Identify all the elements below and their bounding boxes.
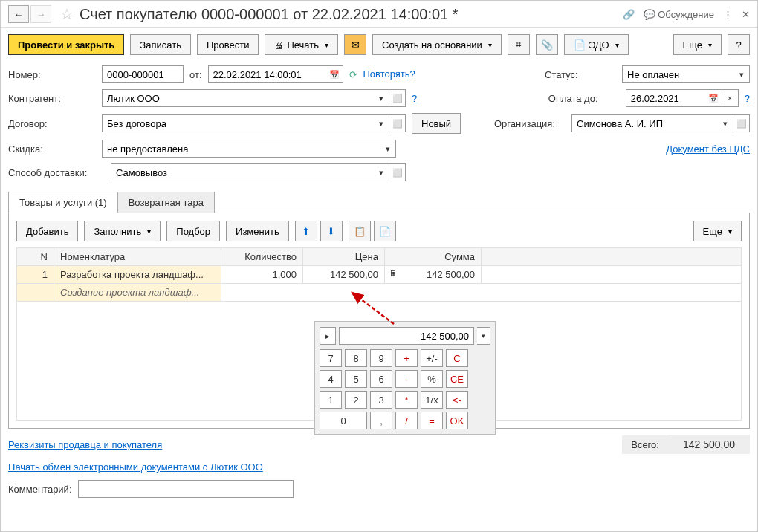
discount-input[interactable] [102,140,380,158]
calc-key-OK[interactable]: OK [446,412,468,429]
attach-button[interactable]: 📎 [536,34,558,55]
calc-key-*[interactable]: * [395,391,418,409]
contract-dropdown-icon[interactable]: ▾ [373,114,389,132]
print-button[interactable]: 🖨 Печать [265,34,338,55]
number-input[interactable] [102,65,184,83]
payment-label: Оплата до: [548,93,620,104]
star-icon[interactable]: ☆ [60,5,74,23]
calc-key-2[interactable]: 2 [345,391,367,409]
move-down-button[interactable]: ⬇ [320,221,343,241]
comment-input[interactable] [78,480,294,498]
add-button[interactable]: Добавить [16,221,78,241]
more-menu-icon[interactable]: ⋮ [723,9,733,20]
status-input[interactable] [622,65,733,83]
org-label: Организация: [494,118,566,129]
structure-button[interactable]: ⌗ [508,34,530,55]
repeat-link[interactable]: Повторять? [363,68,415,80]
table-row[interactable]: 1 Разработка проекта ландшаф... 1,000 14… [17,266,742,284]
calc-display[interactable] [339,327,474,345]
calc-key-<-[interactable]: <- [446,391,468,409]
tab-goods[interactable]: Товары и услуги (1) [8,192,118,213]
calc-key-5[interactable]: 5 [345,370,367,388]
move-up-button[interactable]: ⬆ [295,221,317,241]
table-more-button[interactable]: Еще [693,221,742,241]
org-open-icon[interactable]: ⬜ [733,114,750,132]
delivery-open-icon[interactable]: ⬜ [389,163,406,181]
payment-help[interactable]: ? [745,93,750,104]
payment-clear-icon[interactable]: × [722,89,739,107]
total-value: 142 500,00 [668,435,750,454]
org-input[interactable] [571,114,717,132]
contract-open-icon[interactable]: ⬜ [389,114,406,132]
calc-key-/[interactable]: / [395,412,418,429]
calc-display-dropdown[interactable]: ▾ [477,327,490,345]
edo-start-link[interactable]: Начать обмен электронными документами с … [8,461,263,473]
payment-calendar-icon[interactable]: 📅 [706,89,722,107]
calc-key-,[interactable]: , [370,412,392,429]
help-button[interactable]: ? [728,34,750,55]
repeat-icon[interactable]: ⟳ [349,69,357,80]
total-label: Всего: [622,435,668,454]
close-icon[interactable]: ✕ [742,9,750,20]
calc-expand-icon[interactable]: ▸ [320,327,336,345]
pick-button[interactable]: Подбор [166,221,220,241]
copy-button[interactable]: 📋 [349,221,371,241]
calc-key-C[interactable]: C [446,349,468,367]
calendar-icon[interactable]: 📅 [327,65,343,83]
calculator-icon[interactable]: 🖩 [389,269,398,278]
edit-button[interactable]: Изменить [226,221,289,241]
forward-button[interactable]: → [30,5,51,23]
calc-key-4[interactable]: 4 [320,370,342,388]
col-sum: Сумма [385,248,482,266]
counterparty-dropdown-icon[interactable]: ▾ [373,89,389,107]
calc-key-=[interactable]: = [421,412,443,429]
counterparty-label: Контрагент: [8,93,96,104]
calc-key-CE[interactable]: CE [446,370,468,388]
org-dropdown-icon[interactable]: ▾ [717,114,733,132]
calc-key-8[interactable]: 8 [345,349,367,367]
calc-key-1/x[interactable]: 1/x [421,391,443,409]
tab-returnable[interactable]: Возвратная тара [117,192,215,213]
post-close-button[interactable]: Провести и закрыть [8,34,124,55]
calc-key-+/-[interactable]: +/- [421,349,443,367]
calc-key-%[interactable]: % [421,370,443,388]
paste-button[interactable]: 📄 [374,221,396,241]
number-label: Номер: [8,69,96,80]
from-label: от: [190,69,202,80]
back-button[interactable]: ← [8,5,29,23]
payment-date-input[interactable] [626,89,706,107]
link-icon[interactable]: 🔗 [623,9,635,20]
fill-button[interactable]: Заполнить [84,221,161,241]
save-button[interactable]: Записать [130,34,191,55]
create-based-button[interactable]: Создать на основании [372,34,502,55]
calc-key-3[interactable]: 3 [370,391,392,409]
post-button[interactable]: Провести [197,34,259,55]
calc-key-6[interactable]: 6 [370,370,392,388]
calc-key-+[interactable]: + [395,349,418,367]
page-title: Счет покупателю 0000-000001 от 22.02.202… [80,6,617,23]
calc-key-0[interactable]: 0 [320,412,367,429]
edo-button[interactable]: 📄 ЭДО [564,34,629,55]
date-input[interactable] [208,65,327,83]
calc-key-1[interactable]: 1 [320,391,342,409]
doc-no-vat-link[interactable]: Документ без НДС [666,143,750,155]
counterparty-open-icon[interactable]: ⬜ [389,89,406,107]
discuss-link[interactable]: 💬 Обсуждение [644,9,714,20]
table-sub-row: Создание проекта ландшаф... [17,284,742,302]
col-nom: Номенклатура [54,248,221,266]
calc-key-9[interactable]: 9 [370,349,392,367]
discount-dropdown-icon[interactable]: ▾ [380,140,396,158]
calc-key-7[interactable]: 7 [320,349,342,367]
new-contract-button[interactable]: Новый [412,113,461,134]
more-button[interactable]: Еще [673,34,722,55]
contract-input[interactable] [102,114,373,132]
email-button[interactable]: ✉ [344,34,366,55]
delivery-input[interactable] [111,163,373,181]
counterparty-help[interactable]: ? [412,93,417,104]
counterparty-input[interactable] [102,89,373,107]
delivery-dropdown-icon[interactable]: ▾ [373,163,389,181]
status-dropdown-icon[interactable]: ▾ [733,65,750,83]
col-price: Цена [303,248,385,266]
calc-key--[interactable]: - [395,370,418,388]
seller-buyer-link[interactable]: Реквизиты продавца и покупателя [8,439,162,450]
